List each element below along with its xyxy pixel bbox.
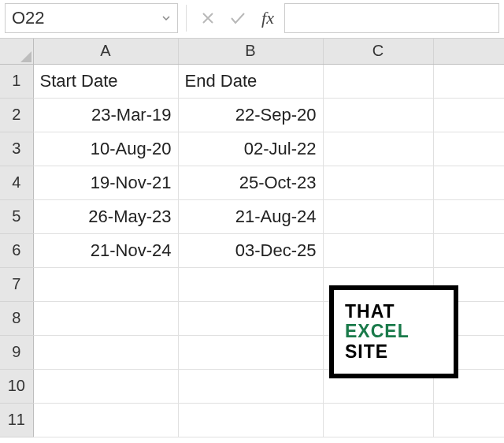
cell-extra-4[interactable]: [433, 166, 504, 199]
cell-A9[interactable]: [33, 335, 178, 369]
grid-row: 526-May-2321-Aug-24: [0, 199, 504, 233]
cell-value: Start Date: [40, 71, 118, 91]
cell-B4[interactable]: 25-Oct-23: [178, 166, 323, 199]
formula-input[interactable]: [284, 3, 499, 33]
row-header-6[interactable]: 6: [0, 233, 33, 267]
cell-extra-1[interactable]: [433, 64, 504, 98]
cell-A10[interactable]: [33, 369, 178, 403]
cell-A8[interactable]: [33, 301, 178, 335]
cell-extra-2[interactable]: [433, 98, 504, 132]
column-header-label: B: [245, 42, 255, 59]
cell-extra-5[interactable]: [433, 199, 504, 233]
column-header-label: A: [100, 42, 110, 59]
cell-extra-3[interactable]: [433, 132, 504, 166]
insert-function-button[interactable]: fx: [254, 5, 281, 32]
cell-value: 26-May-23: [88, 207, 171, 226]
cell-B2[interactable]: 22-Sep-20: [178, 98, 323, 132]
cell-value: End Date: [185, 71, 258, 91]
cell-B9[interactable]: [178, 335, 323, 369]
name-box-value: O22: [12, 8, 45, 28]
grid-row: 223-Mar-1922-Sep-20: [0, 98, 504, 132]
cell-value: 22-Sep-20: [235, 105, 317, 125]
row-header-9[interactable]: 9: [0, 335, 33, 369]
cell-A5[interactable]: 26-May-23: [33, 199, 178, 233]
cell-A1[interactable]: Start Date: [33, 64, 178, 98]
cell-B7[interactable]: [178, 267, 323, 301]
cell-value: 03-Dec-25: [235, 240, 317, 260]
cell-B6[interactable]: 03-Dec-25: [178, 233, 323, 267]
cell-value: 21-Aug-24: [235, 207, 317, 226]
cell-A3[interactable]: 10-Aug-20: [33, 132, 178, 166]
cell-C3[interactable]: [323, 132, 433, 166]
cell-B11[interactable]: [178, 403, 323, 437]
column-header-row: A B C: [0, 39, 504, 64]
grid-row: 310-Aug-2002-Jul-22: [0, 132, 504, 166]
cell-value: 23-Mar-19: [91, 105, 171, 125]
cell-A11[interactable]: [33, 403, 178, 437]
watermark-logo: THAT EXCEL SITE: [329, 285, 458, 378]
row-header-11[interactable]: 11: [0, 403, 33, 437]
name-box-dropdown-icon[interactable]: [161, 13, 171, 23]
cell-C1[interactable]: [323, 64, 433, 98]
row-header-3[interactable]: 3: [0, 132, 33, 166]
cell-B8[interactable]: [178, 301, 323, 335]
watermark-line3: SITE: [345, 342, 454, 362]
select-all-corner[interactable]: [0, 39, 33, 64]
cancel-formula-button[interactable]: [195, 5, 221, 32]
column-header-c[interactable]: C: [323, 39, 433, 64]
cell-C6[interactable]: [323, 233, 433, 267]
cell-C2[interactable]: [323, 98, 433, 132]
cell-extra-6[interactable]: [433, 233, 504, 267]
cell-A2[interactable]: 23-Mar-19: [33, 98, 178, 132]
row-header-10[interactable]: 10: [0, 369, 33, 403]
cell-A4[interactable]: 19-Nov-21: [33, 166, 178, 199]
cell-B1[interactable]: End Date: [178, 64, 323, 98]
row-header-8[interactable]: 8: [0, 301, 33, 335]
row-header-2[interactable]: 2: [0, 98, 33, 132]
cell-B3[interactable]: 02-Jul-22: [178, 132, 323, 166]
grid-row: 11: [0, 403, 504, 437]
cell-A7[interactable]: [33, 267, 178, 301]
formula-bar: O22 fx: [0, 0, 504, 38]
row-header-7[interactable]: 7: [0, 267, 33, 301]
row-header-4[interactable]: 4: [0, 166, 33, 199]
cell-B5[interactable]: 21-Aug-24: [178, 199, 323, 233]
fx-label: fx: [258, 8, 277, 28]
name-box[interactable]: O22: [5, 3, 178, 33]
column-header-extra[interactable]: [433, 39, 504, 64]
cell-value: 10-Aug-20: [91, 139, 172, 158]
cell-A6[interactable]: 21-Nov-24: [33, 233, 178, 267]
watermark-line1: THAT: [345, 302, 454, 322]
grid-row: 1Start DateEnd Date: [0, 64, 504, 98]
cell-value: 02-Jul-22: [244, 139, 317, 158]
cell-value: 25-Oct-23: [239, 173, 317, 192]
watermark-line2: EXCEL: [345, 322, 454, 341]
column-header-label: C: [372, 42, 384, 59]
formula-bar-divider: [186, 5, 187, 32]
grid-row: 419-Nov-2125-Oct-23: [0, 166, 504, 199]
cell-extra-11[interactable]: [433, 403, 504, 437]
cell-value: 21-Nov-24: [91, 240, 172, 260]
cell-B10[interactable]: [178, 369, 323, 403]
cell-value: 19-Nov-21: [91, 173, 172, 192]
enter-formula-button[interactable]: [224, 5, 251, 32]
cell-C11[interactable]: [323, 403, 433, 437]
cell-C5[interactable]: [323, 199, 433, 233]
grid-row: 621-Nov-2403-Dec-25: [0, 233, 504, 267]
cell-C4[interactable]: [323, 166, 433, 199]
row-header-5[interactable]: 5: [0, 199, 33, 233]
column-header-a[interactable]: A: [33, 39, 178, 64]
column-header-b[interactable]: B: [178, 39, 323, 64]
row-header-1[interactable]: 1: [0, 64, 33, 98]
